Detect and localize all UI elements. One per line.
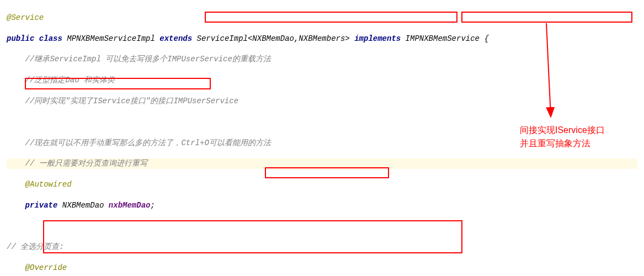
implements-keyword: implements bbox=[354, 34, 401, 43]
comment-1: //继承ServiceImpl 可以免去写很多个IMPUserService的重… bbox=[25, 55, 271, 63]
service-annotation: @Service bbox=[7, 13, 44, 22]
comment-3: //同时实现"实现了IService接口"的接口IMPUserService bbox=[25, 97, 238, 105]
comment-4: //现在就可以不用手动重写那么多的方法了，Ctrl+O可以看能用的方法 bbox=[25, 139, 271, 147]
semicolon: ; bbox=[150, 201, 155, 210]
annotation-note: 间接实现IService接口 并且重写抽象方法 bbox=[520, 124, 605, 150]
override-annotation-1: @Override bbox=[25, 263, 67, 272]
public-keyword: public bbox=[7, 34, 34, 43]
comment-2: //泛型指定Dao 和实体类 bbox=[25, 76, 115, 84]
extends-type: ServiceImpl<NXBMemDao,NXBMembers> bbox=[197, 34, 350, 43]
implements-type: IMPNXBMemService bbox=[406, 34, 480, 43]
brace-open: { bbox=[484, 34, 488, 43]
annotation-line-2: 并且重写抽象方法 bbox=[520, 137, 605, 150]
class-keyword: class bbox=[39, 34, 62, 43]
class-name: MPNXBMemServiceImpl bbox=[67, 34, 155, 43]
dao-type: NXBMemDao bbox=[62, 201, 104, 210]
extends-keyword: extends bbox=[159, 34, 192, 43]
dao-field: nxbMemDao bbox=[109, 201, 151, 210]
annotation-line-1: 间接实现IService接口 bbox=[520, 124, 605, 137]
private-keyword: private bbox=[25, 201, 58, 210]
autowired-annotation: @Autowired bbox=[25, 180, 72, 189]
comment-5: // 一般只需要对分页查询进行重写 bbox=[25, 159, 147, 168]
region-comment-1: // 全选分页查: bbox=[7, 242, 64, 251]
